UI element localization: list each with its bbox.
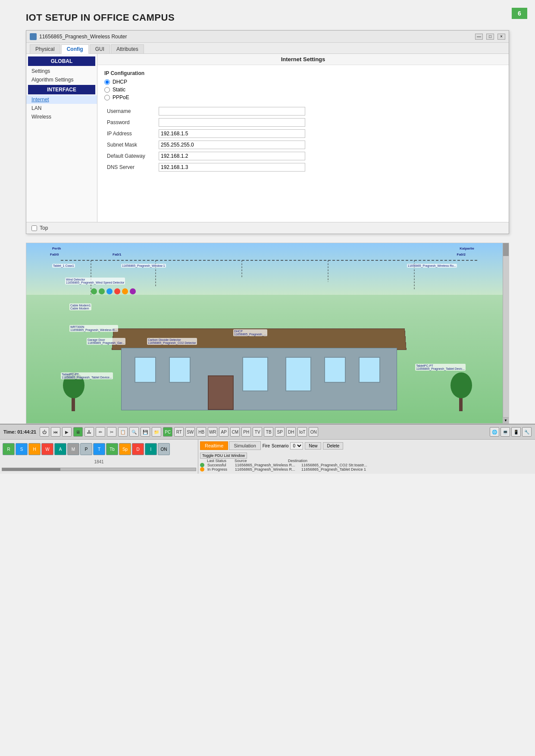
dev-icon-modem[interactable]: M — [67, 443, 79, 455]
sidebar-item-wireless[interactable]: Wireless — [26, 112, 97, 121]
toolbar-icon-4[interactable]: ✂ — [107, 427, 116, 437]
event-2-destination: 11656865_Pragnesh_Tablet Device 1 — [301, 467, 366, 472]
realtime-button[interactable]: Realtime — [200, 441, 228, 450]
toolbar-device-12[interactable]: DH — [286, 427, 296, 437]
new-scenario-button[interactable]: New — [305, 442, 321, 450]
top-checkbox[interactable] — [31, 225, 37, 231]
toolbar-device-14[interactable]: ON — [309, 427, 318, 437]
scrollbar-thumb[interactable] — [503, 243, 509, 256]
ip-address-input[interactable] — [159, 129, 305, 138]
dev-icon-phone[interactable]: P — [80, 443, 92, 455]
delete-scenario-button[interactable]: Delete — [323, 442, 343, 450]
toolbar-icon-5[interactable]: 📋 — [118, 427, 128, 437]
window-2 — [169, 357, 191, 383]
dev-icon-switch[interactable]: S — [16, 443, 28, 455]
trees-right — [448, 377, 474, 411]
power-button[interactable]: ⏻ — [40, 427, 49, 437]
toolbar-icon-1[interactable]: 🖥 — [73, 427, 83, 437]
simulation-button[interactable]: Simulation — [229, 441, 260, 450]
toolbar-icon-7[interactable]: 💾 — [141, 427, 150, 437]
sidebar-item-lan[interactable]: LAN — [26, 104, 97, 112]
tab-config[interactable]: Config — [61, 44, 89, 54]
toggle-pdu-button[interactable]: Toggle PDU List Window — [200, 453, 247, 459]
play-button[interactable]: ▶ — [62, 427, 72, 437]
internet-settings-content: IP Configuration DHCP Static PPPoE — [97, 65, 509, 178]
close-button[interactable]: × — [497, 34, 505, 40]
bottom-scrollbar[interactable] — [2, 468, 196, 471]
ip-config-radio-group: DHCP Static PPPoE — [104, 79, 502, 100]
dot-green-2 — [99, 288, 105, 294]
device-label-tablet-right: TabletPC-PT11656865_Pragnesh_Tablet Devi… — [415, 364, 466, 371]
event-row-2: In Progress 11656865_Pragnesh_Wireless R… — [200, 467, 533, 472]
dev-icon-iot[interactable]: I — [145, 443, 157, 455]
event-row-1: Successful 11656865_Pragnesh_Wireless R.… — [200, 463, 533, 467]
dev-icon-door[interactable]: D — [132, 443, 144, 455]
dev-icon-ap[interactable]: A — [54, 443, 66, 455]
static-radio[interactable] — [104, 87, 110, 93]
toolbar-device-7[interactable]: CM — [230, 427, 240, 437]
device-label-cable-modem: Cable Modem1Cable Modem — [69, 303, 91, 310]
toolbar-icon-3[interactable]: ✏ — [96, 427, 105, 437]
tab-gui[interactable]: GUI — [90, 44, 110, 53]
dev-icon-tablet[interactable]: Tb — [106, 443, 118, 455]
toolbar-device-10[interactable]: TB — [264, 427, 273, 437]
rewind-button[interactable]: ⏮ — [51, 427, 60, 437]
minimize-button[interactable]: — — [475, 34, 483, 40]
toolbar-device-3[interactable]: SW — [185, 427, 195, 437]
page-number-bottom: 1841 — [2, 459, 196, 464]
ip-address-row: IP Address — [104, 128, 502, 139]
building-door — [208, 375, 234, 410]
dhcp-radio[interactable] — [104, 79, 110, 85]
toolbar-device-9[interactable]: TV — [253, 427, 262, 437]
dns-server-input[interactable] — [159, 163, 305, 172]
username-input[interactable] — [159, 107, 305, 116]
dot-purple-1 — [130, 288, 136, 294]
bottom-panels: R S H W A M P T Tb Sp D I ON 1841 — [0, 439, 535, 474]
toolbar-device-4[interactable]: HB — [197, 427, 206, 437]
top-label: Top — [40, 225, 48, 231]
dev-icon-hub[interactable]: H — [28, 443, 41, 455]
dev-icon-tv[interactable]: T — [93, 443, 105, 455]
dot-orange-1 — [122, 288, 128, 294]
scroll-down-arrow[interactable]: ▼ — [503, 417, 509, 423]
bottom-icon-1[interactable]: 🌐 — [490, 427, 499, 437]
tab-physical[interactable]: Physical — [30, 44, 60, 53]
toolbar-device-2[interactable]: RT — [174, 427, 184, 437]
dev-icon-wireless[interactable]: W — [41, 443, 53, 455]
event-log: Last Status Source Destination Successfu… — [200, 459, 533, 472]
dev-icon-on[interactable]: ON — [158, 443, 170, 455]
toolbar-icon-2[interactable]: 🖧 — [84, 427, 94, 437]
toolbar-device-13[interactable]: IoT — [297, 427, 307, 437]
toolbar-device-8[interactable]: PH — [241, 427, 251, 437]
subnet-mask-input[interactable] — [159, 141, 305, 149]
toolbar-device-1[interactable]: PC — [163, 427, 172, 437]
maximize-button[interactable]: □ — [486, 34, 494, 40]
bottom-icon-4[interactable]: 🔧 — [522, 427, 532, 437]
sidebar-item-settings[interactable]: Settings — [26, 67, 97, 75]
password-row: Password — [104, 117, 502, 128]
bottom-icon-3[interactable]: 📱 — [511, 427, 521, 437]
scenario-select[interactable]: 0 — [290, 442, 303, 450]
default-gateway-input[interactable] — [159, 152, 305, 160]
bottom-icon-2[interactable]: 💻 — [501, 427, 510, 437]
tab-attributes[interactable]: Attributes — [111, 44, 144, 53]
dns-server-row: DNS Server — [104, 162, 502, 173]
bottom-scroll-thumb[interactable] — [2, 468, 60, 471]
window-title-text: 11656865_Pragnesh_Wireless Router — [39, 34, 127, 40]
device-label-carbon: Carbon Dioxide Detector11656865_Pragnesh… — [147, 338, 197, 345]
diagram-scrollbar[interactable] — [503, 243, 509, 423]
toolbar-device-5[interactable]: WR — [208, 427, 217, 437]
device-label-tabletpc: TabletPC-PT11656865_Pragnesh_Tablet Devi… — [61, 372, 113, 379]
toolbar-icon-8[interactable]: 📁 — [152, 427, 161, 437]
window-title-area: 11656865_Pragnesh_Wireless Router — [30, 33, 127, 40]
event-1-destination: 11656865_Pragnesh_CO2 Str.toastr... — [301, 463, 367, 467]
dev-icon-smart[interactable]: Sp — [119, 443, 131, 455]
sidebar-item-algorithm-settings[interactable]: Algorithm Settings — [26, 75, 97, 84]
sidebar-item-internet[interactable]: Internet — [26, 95, 97, 104]
password-input[interactable] — [159, 118, 305, 127]
toolbar-device-11[interactable]: SP — [275, 427, 285, 437]
pppoe-radio[interactable] — [104, 95, 110, 100]
dev-icon-router[interactable]: R — [3, 443, 15, 455]
toolbar-icon-6[interactable]: 🔍 — [129, 427, 139, 437]
toolbar-device-6[interactable]: AP — [219, 427, 228, 437]
